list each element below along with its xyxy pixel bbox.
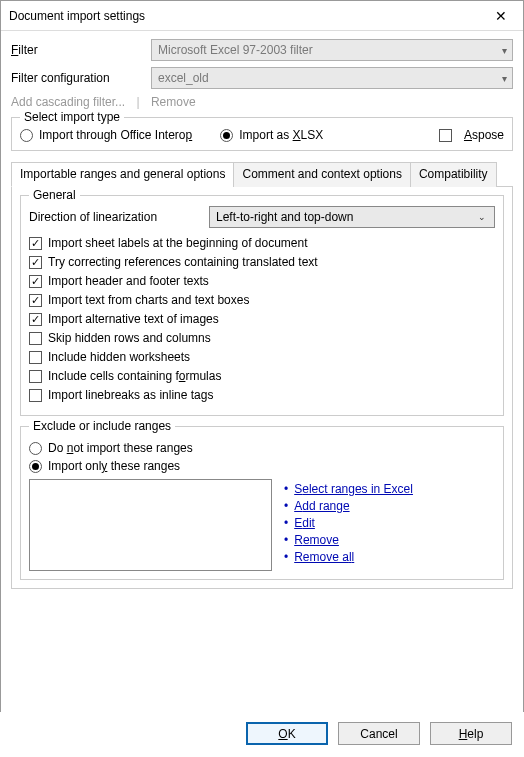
chevron-down-icon: ▾ bbox=[502, 45, 507, 56]
filter-config-value: excel_old bbox=[158, 71, 209, 85]
radio-only-import[interactable]: Import only these ranges bbox=[29, 459, 495, 473]
radio-icon bbox=[20, 129, 33, 142]
direction-label: Direction of linearization bbox=[29, 210, 209, 224]
tab-panel: General Direction of linearization Left-… bbox=[11, 187, 513, 589]
remove-range-link[interactable]: Remove bbox=[294, 533, 339, 547]
ranges-legend: Exclude or include ranges bbox=[29, 419, 175, 433]
edit-range-link[interactable]: Edit bbox=[294, 516, 315, 530]
cascading-links: Add cascading filter... | Remove bbox=[11, 95, 513, 109]
chk-charts-textboxes[interactable]: Import text from charts and text boxes bbox=[29, 293, 495, 307]
tab-comment-context[interactable]: Comment and context options bbox=[233, 162, 410, 187]
ranges-fieldset: Exclude or include ranges Do not import … bbox=[20, 426, 504, 580]
range-actions: •Select ranges in Excel •Add range •Edit… bbox=[284, 479, 495, 571]
chk-sheet-labels[interactable]: Import sheet labels at the beginning of … bbox=[29, 236, 495, 250]
chk-header-footer[interactable]: Import header and footer texts bbox=[29, 274, 495, 288]
close-button[interactable]: ✕ bbox=[478, 1, 523, 31]
select-ranges-link[interactable]: Select ranges in Excel bbox=[294, 482, 413, 496]
chk-correct-refs[interactable]: Try correcting references containing tra… bbox=[29, 255, 495, 269]
filter-value: Microsoft Excel 97-2003 filter bbox=[158, 43, 313, 57]
chk-hidden-worksheets[interactable]: Include hidden worksheets bbox=[29, 350, 495, 364]
general-legend: General bbox=[29, 188, 80, 202]
add-cascading-link[interactable]: Add cascading filter... bbox=[11, 95, 125, 109]
checkbox-icon bbox=[29, 275, 42, 288]
general-fieldset: General Direction of linearization Left-… bbox=[20, 195, 504, 416]
content-area: Filter Microsoft Excel 97-2003 filter ▾ … bbox=[1, 31, 523, 597]
chevron-down-icon: ▾ bbox=[502, 73, 507, 84]
ranges-listbox[interactable] bbox=[29, 479, 272, 571]
radio-icon bbox=[29, 460, 42, 473]
radio-icon bbox=[29, 442, 42, 455]
radio-not-import[interactable]: Do not import these ranges bbox=[29, 441, 495, 455]
remove-cascading-link[interactable]: Remove bbox=[151, 95, 196, 109]
add-range-link[interactable]: Add range bbox=[294, 499, 349, 513]
checkbox-icon bbox=[439, 129, 452, 142]
aspose-checkbox[interactable]: Aspose bbox=[439, 128, 504, 142]
chk-formulas[interactable]: Include cells containing formulas bbox=[29, 369, 495, 383]
import-xlsx-radio[interactable]: Import as XLSX bbox=[220, 128, 323, 142]
tab-importable-ranges[interactable]: Importable ranges and general options bbox=[11, 162, 234, 187]
checkbox-icon bbox=[29, 332, 42, 345]
titlebar: Document import settings ✕ bbox=[1, 1, 523, 31]
dialog-footer: OK Cancel Help bbox=[0, 712, 524, 757]
filter-config-combo[interactable]: excel_old ▾ bbox=[151, 67, 513, 89]
chk-skip-hidden[interactable]: Skip hidden rows and columns bbox=[29, 331, 495, 345]
radio-icon bbox=[220, 129, 233, 142]
cancel-button[interactable]: Cancel bbox=[338, 722, 420, 745]
checkbox-icon bbox=[29, 256, 42, 269]
checkbox-icon bbox=[29, 370, 42, 383]
import-interop-radio[interactable]: Import through Office Interop bbox=[20, 128, 192, 142]
checkbox-icon bbox=[29, 351, 42, 364]
checkbox-icon bbox=[29, 389, 42, 402]
window-title: Document import settings bbox=[9, 9, 478, 23]
general-checklist: Import sheet labels at the beginning of … bbox=[29, 236, 495, 402]
chk-linebreaks[interactable]: Import linebreaks as inline tags bbox=[29, 388, 495, 402]
direction-select[interactable]: Left-to-right and top-down ⌄ bbox=[209, 206, 495, 228]
checkbox-icon bbox=[29, 294, 42, 307]
tab-compatibility[interactable]: Compatibility bbox=[410, 162, 497, 187]
checkbox-icon bbox=[29, 313, 42, 326]
filter-label: Filter bbox=[11, 43, 151, 57]
import-type-legend: Select import type bbox=[20, 110, 124, 124]
import-type-fieldset: Select import type Import through Office… bbox=[11, 117, 513, 151]
checkbox-icon bbox=[29, 237, 42, 250]
help-button[interactable]: Help bbox=[430, 722, 512, 745]
chk-alt-text[interactable]: Import alternative text of images bbox=[29, 312, 495, 326]
filter-config-label: Filter configuration bbox=[11, 71, 151, 85]
remove-all-link[interactable]: Remove all bbox=[294, 550, 354, 564]
ok-button[interactable]: OK bbox=[246, 722, 328, 745]
direction-value: Left-to-right and top-down bbox=[216, 210, 353, 224]
filter-combo[interactable]: Microsoft Excel 97-2003 filter ▾ bbox=[151, 39, 513, 61]
tabs: Importable ranges and general options Co… bbox=[11, 161, 513, 187]
chevron-down-icon: ⌄ bbox=[474, 209, 490, 225]
